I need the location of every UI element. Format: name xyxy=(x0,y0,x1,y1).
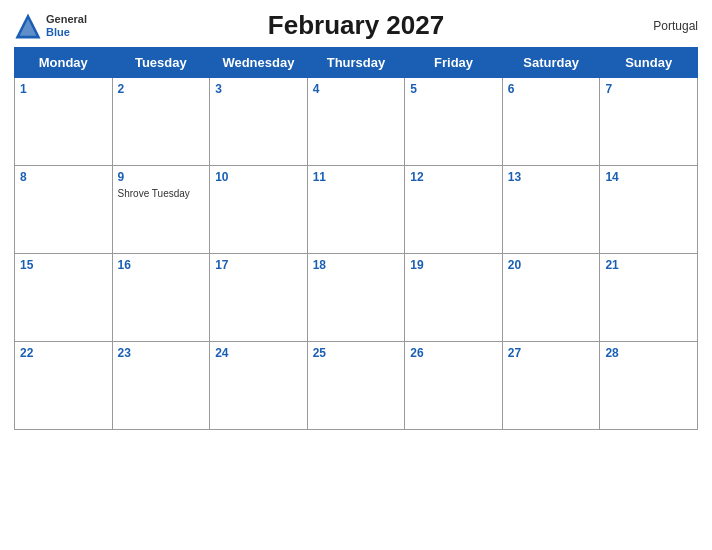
day-number: 3 xyxy=(215,82,302,96)
weekday-saturday: Saturday xyxy=(502,48,600,78)
day-number: 13 xyxy=(508,170,595,184)
day-cell-6: 6 xyxy=(502,78,600,166)
day-number: 24 xyxy=(215,346,302,360)
week-row-1: 1234567 xyxy=(15,78,698,166)
day-cell-21: 21 xyxy=(600,254,698,342)
day-cell-1: 1 xyxy=(15,78,113,166)
day-number: 20 xyxy=(508,258,595,272)
day-number: 8 xyxy=(20,170,107,184)
day-cell-11: 11 xyxy=(307,166,405,254)
day-cell-15: 15 xyxy=(15,254,113,342)
day-number: 26 xyxy=(410,346,497,360)
calendar-title: February 2027 xyxy=(268,10,444,41)
calendar-wrapper: General Blue February 2027 Portugal Mond… xyxy=(0,0,712,444)
day-cell-24: 24 xyxy=(210,342,308,430)
day-number: 5 xyxy=(410,82,497,96)
day-cell-18: 18 xyxy=(307,254,405,342)
day-number: 1 xyxy=(20,82,107,96)
day-cell-5: 5 xyxy=(405,78,503,166)
day-number: 2 xyxy=(118,82,205,96)
day-number: 25 xyxy=(313,346,400,360)
day-number: 12 xyxy=(410,170,497,184)
weekday-friday: Friday xyxy=(405,48,503,78)
day-cell-12: 12 xyxy=(405,166,503,254)
day-cell-3: 3 xyxy=(210,78,308,166)
week-row-2: 89Shrove Tuesday1011121314 xyxy=(15,166,698,254)
day-number: 16 xyxy=(118,258,205,272)
day-cell-19: 19 xyxy=(405,254,503,342)
day-cell-10: 10 xyxy=(210,166,308,254)
calendar-header: General Blue February 2027 Portugal xyxy=(14,10,698,41)
day-number: 21 xyxy=(605,258,692,272)
day-number: 11 xyxy=(313,170,400,184)
day-number: 18 xyxy=(313,258,400,272)
logo-general: General xyxy=(46,13,87,25)
weekday-tuesday: Tuesday xyxy=(112,48,210,78)
logo-text: General Blue xyxy=(46,13,87,37)
weekday-header-row: Monday Tuesday Wednesday Thursday Friday… xyxy=(15,48,698,78)
day-cell-8: 8 xyxy=(15,166,113,254)
week-row-3: 15161718192021 xyxy=(15,254,698,342)
day-number: 9 xyxy=(118,170,205,184)
week-row-4: 22232425262728 xyxy=(15,342,698,430)
calendar-table: Monday Tuesday Wednesday Thursday Friday… xyxy=(14,47,698,430)
day-cell-26: 26 xyxy=(405,342,503,430)
day-cell-2: 2 xyxy=(112,78,210,166)
day-number: 22 xyxy=(20,346,107,360)
day-cell-7: 7 xyxy=(600,78,698,166)
day-number: 6 xyxy=(508,82,595,96)
day-cell-20: 20 xyxy=(502,254,600,342)
day-cell-17: 17 xyxy=(210,254,308,342)
day-number: 7 xyxy=(605,82,692,96)
day-cell-4: 4 xyxy=(307,78,405,166)
calendar-body: 123456789Shrove Tuesday10111213141516171… xyxy=(15,78,698,430)
day-number: 15 xyxy=(20,258,107,272)
day-cell-14: 14 xyxy=(600,166,698,254)
day-cell-25: 25 xyxy=(307,342,405,430)
day-number: 17 xyxy=(215,258,302,272)
logo-blue: Blue xyxy=(46,26,87,38)
day-number: 23 xyxy=(118,346,205,360)
day-cell-27: 27 xyxy=(502,342,600,430)
day-cell-13: 13 xyxy=(502,166,600,254)
logo: General Blue xyxy=(14,12,87,40)
day-number: 28 xyxy=(605,346,692,360)
weekday-thursday: Thursday xyxy=(307,48,405,78)
day-cell-28: 28 xyxy=(600,342,698,430)
day-number: 4 xyxy=(313,82,400,96)
day-cell-9: 9Shrove Tuesday xyxy=(112,166,210,254)
day-number: 10 xyxy=(215,170,302,184)
day-number: 27 xyxy=(508,346,595,360)
weekday-wednesday: Wednesday xyxy=(210,48,308,78)
day-number: 14 xyxy=(605,170,692,184)
day-cell-16: 16 xyxy=(112,254,210,342)
holiday-label: Shrove Tuesday xyxy=(118,187,205,200)
day-cell-23: 23 xyxy=(112,342,210,430)
weekday-sunday: Sunday xyxy=(600,48,698,78)
day-cell-22: 22 xyxy=(15,342,113,430)
country-label: Portugal xyxy=(653,19,698,33)
weekday-monday: Monday xyxy=(15,48,113,78)
logo-icon xyxy=(14,12,42,40)
day-number: 19 xyxy=(410,258,497,272)
